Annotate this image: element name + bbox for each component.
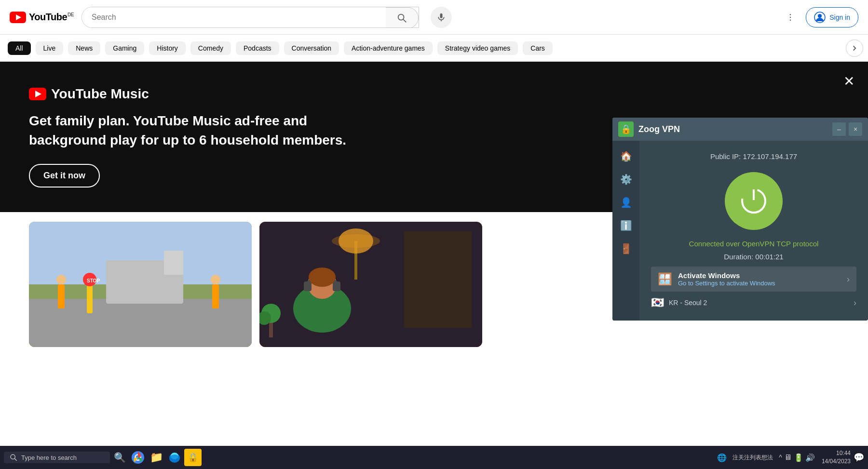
vpn-activate-windows-banner: 🪟 Activate Windows Go to Settings to act…: [651, 267, 856, 292]
taskbar-right: 🌐 注关注列表想法 ^ 🖥 🔋 🔊 10:44 14/04/2023 💬: [713, 449, 864, 466]
vpn-duration: Duration: 00:01:21: [724, 253, 783, 261]
yt-music-logo-icon: [29, 88, 46, 100]
sign-in-button[interactable]: Sign in: [806, 7, 858, 27]
vpn-nav-info[interactable]: ℹ️: [616, 216, 636, 235]
taskbar-icon-magnifier[interactable]: 🔍: [111, 449, 128, 466]
taskbar-clock[interactable]: 10:44 14/04/2023: [822, 449, 851, 466]
vpn-nav: 🏠 ⚙️ 👤 ℹ️ 🚪: [612, 141, 639, 321]
vpn-activate-text-block: Activate Windows Go to Settings to activ…: [678, 271, 775, 287]
taskbar-battery-icon: 🔋: [794, 453, 803, 462]
search-bar: [81, 7, 419, 28]
video-thumb-2-image: [259, 222, 482, 347]
vpn-nav-settings[interactable]: ⚙️: [616, 170, 636, 189]
svg-point-22: [56, 275, 66, 284]
svg-point-47: [170, 455, 179, 459]
taskbar-icon-folder[interactable]: 📁: [148, 449, 165, 466]
search-button[interactable]: [386, 7, 419, 28]
three-dots-icon: [786, 13, 795, 22]
taskbar-search[interactable]: Type here to search: [4, 452, 110, 463]
taskbar-vpn-green-icon: 🌐: [717, 453, 727, 462]
promo-close-button[interactable]: ✕: [839, 71, 858, 91]
taskbar-date: 14/04/2023: [822, 457, 851, 466]
promo-content: YouTube Music Get family plan. YouTube M…: [29, 86, 357, 187]
taskbar-icon-vpn[interactable]: 🔒: [184, 449, 202, 466]
microphone-button[interactable]: [431, 7, 452, 28]
taskbar: Type here to search 🔍 📁 🔒 🌐 注关注列表想法 ^: [0, 446, 868, 469]
svg-rect-18: [87, 284, 93, 313]
svg-point-10: [818, 14, 822, 18]
chevron-right-icon: [850, 44, 859, 53]
filter-chip-all[interactable]: All: [8, 41, 31, 55]
vpn-title-text: Zoog VPN: [638, 124, 680, 134]
vpn-nav-account[interactable]: 👤: [616, 193, 636, 212]
video-thumbnail-1[interactable]: STOP: [29, 222, 252, 347]
vpn-overlay: 🔒 Zoog VPN – × 🏠 ⚙️ 👤 ℹ️ 🚪 Public IP: 17…: [612, 118, 868, 321]
taskbar-display-icon: 🖥: [784, 453, 792, 462]
filter-scroll-right-button[interactable]: [846, 40, 863, 57]
vpn-titlebar: 🔒 Zoog VPN – ×: [612, 118, 868, 141]
svg-rect-23: [212, 284, 219, 308]
vpn-server-row[interactable]: 🇰🇷 KR - Seoul 2 ›: [651, 296, 856, 309]
video-thumb-1-image: STOP: [29, 222, 252, 347]
promo-logo-text: YouTube Music: [51, 86, 149, 102]
filter-chip-conversation[interactable]: Conversation: [284, 41, 339, 55]
power-icon: [739, 187, 768, 215]
vpn-nav-logout[interactable]: 🚪: [616, 239, 636, 258]
filter-chip-strategy-video[interactable]: Strategy video games: [437, 41, 518, 55]
filter-chip-action-adventure[interactable]: Action-adventure games: [344, 41, 433, 55]
svg-point-8: [790, 19, 791, 21]
svg-text:STOP: STOP: [87, 278, 100, 283]
filter-chip-podcasts[interactable]: Podcasts: [236, 41, 279, 55]
svg-point-7: [790, 16, 791, 18]
svg-point-29: [339, 228, 373, 254]
vpn-lock-icon: 🔒: [618, 121, 634, 137]
taskbar-icon-chrome[interactable]: [129, 449, 147, 466]
youtube-logo[interactable]: YouTubeDE: [10, 12, 74, 23]
topbar-right: Sign in: [781, 7, 858, 27]
filter-chip-news[interactable]: News: [68, 41, 100, 55]
edge-icon: [168, 451, 181, 464]
filter-chip-history[interactable]: History: [149, 41, 186, 55]
chrome-icon: [131, 451, 145, 464]
filter-chip-live[interactable]: Live: [36, 41, 64, 55]
svg-point-40: [11, 455, 15, 459]
topbar: YouTubeDE: [0, 0, 868, 35]
taskbar-icon-edge[interactable]: [166, 449, 183, 466]
search-input[interactable]: [82, 7, 386, 27]
mic-icon: [436, 13, 446, 22]
svg-point-2: [398, 14, 404, 20]
svg-line-3: [404, 19, 407, 22]
filter-chip-gaming[interactable]: Gaming: [105, 41, 144, 55]
vpn-activate-title: Activate Windows: [678, 271, 775, 280]
search-icon: [396, 13, 407, 23]
vpn-window-buttons: – ×: [832, 122, 862, 136]
vpn-power-button[interactable]: [725, 172, 783, 230]
filter-chip-comedy[interactable]: Comedy: [190, 41, 231, 55]
promo-cta-button[interactable]: Get it now: [29, 164, 100, 188]
taskbar-language-label: 注关注列表想法: [729, 454, 777, 462]
svg-point-24: [211, 275, 220, 284]
vpn-public-ip: Public IP: 172.107.194.177: [710, 152, 797, 161]
filter-bar: All Live News Gaming History Comedy Podc…: [0, 35, 868, 62]
vpn-status-text: Connected over OpenVPN TCP protocol: [689, 240, 819, 248]
promo-logo: YouTube Music: [29, 86, 357, 102]
vpn-activate-link[interactable]: Go to Settings to activate Windows: [678, 280, 775, 287]
svg-rect-17: [164, 251, 183, 275]
svg-rect-32: [304, 281, 312, 291]
more-options-button[interactable]: [781, 8, 800, 27]
video-thumbnail-2[interactable]: [259, 222, 482, 347]
svg-line-41: [14, 458, 17, 461]
taskbar-search-icon: [10, 454, 17, 461]
vpn-activate-chevron-icon: ›: [847, 274, 850, 284]
taskbar-chevron-up-icon[interactable]: ^: [779, 454, 782, 461]
svg-rect-33: [333, 281, 340, 291]
taskbar-volume-icon: 🔊: [805, 453, 815, 462]
taskbar-search-text: Type here to search: [21, 454, 77, 461]
filter-chip-cars[interactable]: Cars: [523, 41, 553, 55]
taskbar-notification-button[interactable]: 💬: [854, 452, 864, 463]
vpn-close-button[interactable]: ×: [849, 122, 862, 136]
vpn-minimize-button[interactable]: –: [832, 122, 846, 136]
svg-rect-21: [58, 284, 65, 308]
vpn-nav-home[interactable]: 🏠: [616, 147, 636, 166]
vpn-server-chevron-icon: ›: [854, 298, 856, 308]
